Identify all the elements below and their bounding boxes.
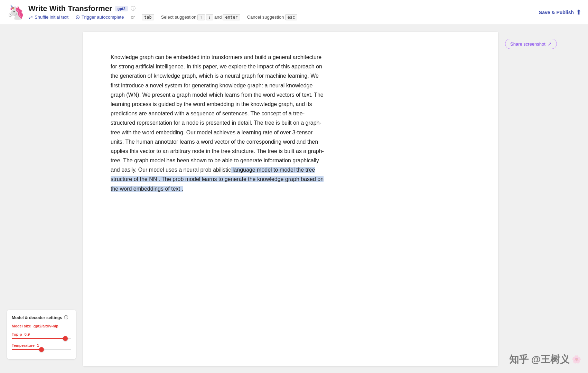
tab-key: tab bbox=[142, 14, 154, 20]
settings-panel: Model & decoder settings ⓘ Model size gp… bbox=[7, 310, 76, 359]
logo-area: 🦄 Write With Transformer gpt2 ⓘ ⇌ Shuffl… bbox=[7, 3, 297, 21]
down-key: ↓ bbox=[206, 14, 213, 20]
select-label: Select suggestion bbox=[161, 15, 197, 20]
header-right: Save & Publish ⬆ bbox=[539, 9, 581, 16]
share-screenshot-button[interactable]: Share screenshot ↗ bbox=[505, 39, 557, 49]
model-badge: gpt2 bbox=[115, 6, 128, 11]
enter-key: enter bbox=[223, 14, 240, 20]
left-sidebar: Model & decoder settings ⓘ Model size gp… bbox=[7, 32, 76, 366]
app-title: Write With Transformer bbox=[28, 4, 112, 13]
share-icon: ↗ bbox=[548, 41, 552, 47]
or-text: or bbox=[131, 15, 135, 20]
info-icon[interactable]: ⓘ bbox=[131, 6, 136, 12]
temperature-setting: Temperature 1 bbox=[12, 343, 71, 350]
cancel-suggestion-hint: Cancel suggestion esc bbox=[247, 14, 298, 20]
title-row: Write With Transformer gpt2 ⓘ bbox=[28, 4, 297, 13]
model-size-value: gpt2/arxiv-nlp bbox=[34, 324, 58, 328]
select-suggestion-hint: Select suggestion ↑ ↓ and enter bbox=[161, 14, 240, 20]
model-size-setting: Model size gpt2/arxiv-nlp bbox=[12, 324, 71, 328]
cancel-label: Cancel suggestion bbox=[247, 15, 284, 20]
save-publish-button[interactable]: Save & Publish ⬆ bbox=[539, 9, 581, 16]
save-publish-label: Save & Publish bbox=[539, 10, 574, 15]
editor-area: Knowledge graph can be embedded into tra… bbox=[83, 32, 498, 366]
main-content: Model & decoder settings ⓘ Model size gp… bbox=[0, 25, 588, 373]
temperature-slider[interactable] bbox=[12, 349, 71, 350]
top-p-setting: Top-p 0.9 bbox=[12, 332, 71, 339]
app-header: 🦄 Write With Transformer gpt2 ⓘ ⇌ Shuffl… bbox=[0, 0, 588, 25]
text-underlined: abilistic bbox=[213, 167, 231, 173]
title-area: Write With Transformer gpt2 ⓘ ⇌ Shuffle … bbox=[28, 4, 297, 20]
top-p-label: Top-p 0.9 bbox=[12, 332, 71, 336]
temperature-value: 1 bbox=[37, 343, 39, 347]
share-screenshot-label: Share screenshot bbox=[510, 41, 545, 47]
right-sidebar: Share screenshot ↗ bbox=[505, 32, 581, 366]
top-p-value: 0.9 bbox=[25, 332, 30, 336]
and-text: and bbox=[214, 15, 222, 20]
toolbar-row: ⇌ Shuffle initial text ⊙ Trigger autocom… bbox=[28, 14, 297, 20]
app-logo: 🦄 bbox=[7, 3, 25, 21]
export-icon: ⬆ bbox=[576, 9, 581, 16]
esc-key: esc bbox=[285, 14, 298, 20]
trigger-icon: ⊙ bbox=[75, 14, 80, 20]
editor-container[interactable]: Knowledge graph can be embedded into tra… bbox=[83, 32, 498, 366]
settings-info-icon[interactable]: ⓘ bbox=[64, 315, 68, 321]
settings-title: Model & decoder settings ⓘ bbox=[12, 315, 71, 321]
shuffle-icon: ⇌ bbox=[28, 14, 33, 20]
top-p-slider[interactable] bbox=[12, 338, 71, 339]
editor-text[interactable]: Knowledge graph can be embedded into tra… bbox=[111, 52, 325, 193]
trigger-label: Trigger autocomplete bbox=[82, 15, 124, 20]
up-key: ↑ bbox=[197, 14, 205, 20]
shuffle-label: Shuffle initial text bbox=[35, 15, 68, 20]
shuffle-btn[interactable]: ⇌ Shuffle initial text bbox=[28, 14, 68, 20]
model-size-label: Model size gpt2/arxiv-nlp bbox=[12, 324, 71, 328]
trigger-btn[interactable]: ⊙ Trigger autocomplete bbox=[75, 14, 124, 20]
text-intro: Knowledge graph can be embedded into tra… bbox=[111, 54, 324, 173]
